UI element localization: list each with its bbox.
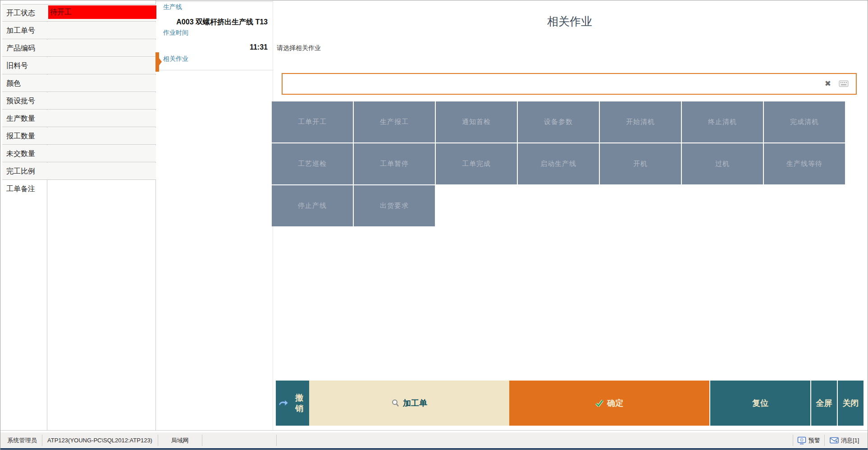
monitor-gear-icon [797,436,806,445]
field-label: 报工数量 [6,128,35,145]
sidebar-row-order-no: 加工单号 [2,22,156,39]
check-icon [595,399,603,407]
envelope-icon [830,437,839,444]
production-line-label: 生产线 [163,3,182,11]
divider [793,435,793,446]
field-label: 未交数量 [6,145,35,162]
fullscreen-button[interactable]: 全屏 [811,381,837,426]
panel-top-border [155,1,273,2]
op-button-stop-cleaning[interactable]: 终止清机 [682,101,763,142]
status-connection: ATP123(YOUNG-PC\SQL2012:ATP123) [42,432,158,448]
field-label: 颜色 [6,75,21,92]
confirm-button[interactable]: 确定 [509,381,709,426]
op-button-line-waiting[interactable]: 生产线等待 [764,143,845,184]
sidebar-row-product-code: 产品编码 [2,40,156,57]
status-bar: 系统管理员 ATP123(YOUNG-PC\SQL2012:ATP123) 局域… [0,432,868,448]
sidebar-row-color: 颜色 [2,75,156,92]
op-button-order-pause[interactable]: 工单暂停 [354,143,435,184]
sidebar-row-report-qty: 报工数量 [2,128,156,145]
op-button-pass-machine[interactable]: 过机 [682,143,763,184]
work-time-label: 作业时间 [163,29,188,37]
clear-icon[interactable]: ✖ [825,79,831,88]
divider [824,435,825,446]
op-button-process-patrol[interactable]: 工艺巡检 [272,143,353,184]
op-button-notify-first-inspection[interactable]: 通知首检 [436,101,517,142]
field-label: 完工比例 [6,163,35,180]
sidebar-row-old-part-no: 旧料号 [2,57,156,74]
field-label: 开工状态 [6,5,35,22]
keyboard-icon[interactable] [839,80,849,89]
field-label: 生产数量 [6,110,35,127]
scan-input-box: ✖ [282,73,857,95]
field-label: 预设批号 [6,92,35,110]
field-label: 旧料号 [6,57,28,74]
content-bottom-border [0,430,868,431]
status-badge: 待开工 [48,5,156,19]
op-button-start-line[interactable]: 启动生产线 [518,143,599,184]
action-bar: 撤销 加工单 确定 复位 全屏 [276,381,863,426]
sidebar-row-preset-batch: 预设批号 [2,92,156,110]
op-button-stop-line[interactable]: 停止产线 [272,185,353,226]
sidebar-row-undelivered-qty: 未交数量 [2,145,156,162]
field-label: 加工单号 [6,22,35,39]
operation-button-grid: 工单开工 生产报工 通知首检 设备参数 开始清机 终止清机 完成清机 工艺巡检 … [272,101,867,227]
work-order-button[interactable]: 加工单 [309,381,509,426]
magnifier-icon [391,399,399,407]
sidebar-row-order-remark: 工单备注 [2,180,156,197]
field-label: 工单备注 [6,180,35,197]
undo-arrow-icon [279,399,288,407]
close-button[interactable]: 关闭 [838,381,863,426]
app-window: 开工状态 待开工 加工单号 产品编码 旧料号 颜色 预设批号 生产数量 报工数量… [0,0,868,450]
page-title: 相关作业 [273,14,867,29]
undo-button[interactable]: 撤销 [276,381,309,426]
scan-input[interactable] [285,76,819,93]
op-button-start-cleaning[interactable]: 开始清机 [600,101,681,142]
divider [202,435,202,446]
op-button-order-start[interactable]: 工单开工 [272,101,353,142]
selected-item-marker-icon [155,52,162,73]
op-button-equipment-params[interactable]: 设备参数 [518,101,599,142]
op-button-finish-cleaning[interactable]: 完成清机 [764,101,845,142]
op-button-order-complete[interactable]: 工单完成 [436,143,517,184]
window-bottom-strip [0,448,868,450]
alert-status-item[interactable]: 预警 [797,432,820,448]
op-button-shipment-request[interactable]: 出货要求 [354,185,435,226]
divider [276,435,277,446]
production-line-value: A003 双螺杆挤出生产线 T13 [158,18,268,27]
status-network: 局域网 [158,432,202,448]
work-time-value: 11:31 [158,43,268,51]
sidebar-row-start-status: 开工状态 待开工 [2,5,156,22]
op-button-power-on[interactable]: 开机 [600,143,681,184]
sidebar-row-prod-qty: 生产数量 [2,110,156,127]
grid-row: 停止产线 出货要求 [272,185,867,226]
nav-item-related-operations[interactable]: 相关作业 [163,55,188,63]
select-hint-text: 请选择相关作业 [277,44,321,52]
sidebar-row-completion-ratio: 完工比例 [2,163,156,180]
grid-row: 工艺巡检 工单暂停 工单完成 启动生产线 开机 过机 生产线等待 [272,143,867,184]
grid-row: 工单开工 生产报工 通知首检 设备参数 开始清机 终止清机 完成清机 [272,101,867,142]
op-button-production-report[interactable]: 生产报工 [354,101,435,142]
message-status-item[interactable]: 消息[1] [830,432,859,448]
panel-section-border [155,70,273,70]
status-user: 系统管理员 [2,432,42,448]
field-label: 产品编码 [6,40,35,57]
reset-button[interactable]: 复位 [710,381,810,426]
